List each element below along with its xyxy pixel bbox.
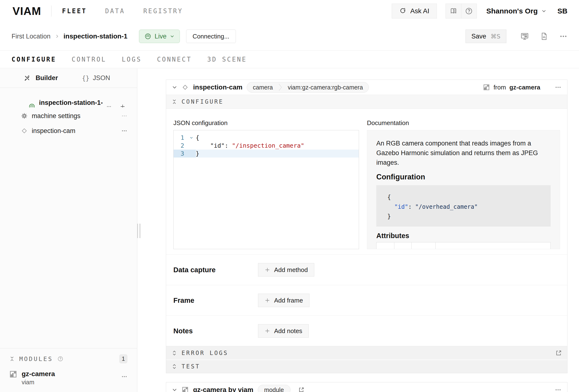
module-menu-icon[interactable]	[121, 374, 128, 380]
org-name: Shannon's Org	[486, 7, 538, 15]
report-file-icon[interactable]	[540, 32, 548, 40]
code-text: "id": "/inspection_camera"	[196, 142, 304, 149]
module-card-menu-icon[interactable]	[555, 387, 562, 392]
doc-attributes-heading: Attributes	[376, 232, 551, 240]
connecting-status-button[interactable]: Connecting...	[186, 30, 236, 43]
machine-part-menu-icon[interactable]	[106, 103, 112, 107]
config-sidebar: Builder {} JSON inspection-station-1-mai…	[0, 69, 137, 392]
nav-divider	[51, 5, 52, 17]
machine-part-icon	[29, 103, 35, 107]
viam-logo[interactable]: VIAM	[12, 4, 41, 17]
tree-item-machine-part[interactable]: inspection-station-1-main	[0, 94, 137, 107]
add-notes-button[interactable]: Add notes	[258, 324, 309, 338]
sidebar-resize-handle[interactable]	[137, 224, 141, 238]
collapse-icon	[171, 99, 177, 105]
org-switcher[interactable]: Shannon's Org	[486, 7, 547, 15]
module-icon	[182, 386, 189, 392]
fold-chevron-icon[interactable]	[187, 136, 196, 140]
tab-connect[interactable]: CONNECT	[157, 56, 192, 63]
json-config-editor[interactable]: 1 { 2	[173, 130, 359, 249]
module-card-title: gz-camera by viam	[193, 386, 253, 392]
machine-part-name: inspection-station-1-main	[39, 99, 106, 107]
editor-line-active: 3 }	[174, 150, 359, 157]
help-button[interactable]	[461, 4, 477, 18]
component-menu-icon[interactable]	[555, 84, 562, 91]
doc-code-block: { "id": "/overhead_camera" }	[376, 185, 551, 227]
modules-section: MODULES 1 gz-camera	[0, 348, 137, 392]
braces-icon: {}	[82, 75, 89, 82]
modules-help-icon[interactable]	[57, 356, 64, 362]
json-config-label: JSON configuration	[173, 119, 359, 127]
plus-icon	[265, 328, 270, 334]
module-org: viam	[22, 379, 55, 386]
top-nav: VIAM FLEET DATA REGISTRY Ask AI	[0, 0, 579, 22]
dashboard-monitor-icon[interactable]	[520, 32, 529, 41]
json-mode-button[interactable]: {} JSON	[82, 74, 110, 82]
notes-label: Notes	[173, 327, 258, 335]
modules-header: MODULES 1	[9, 354, 128, 363]
data-capture-section: Data capture Add method	[166, 254, 567, 285]
component-diamond-icon	[182, 84, 189, 91]
machine-settings-menu-icon[interactable]	[121, 113, 128, 119]
inspection-cam-menu-icon[interactable]	[121, 128, 128, 134]
line-number: 2	[174, 142, 187, 149]
live-broadcast-icon	[145, 33, 151, 40]
machine-status-label: Live	[155, 33, 167, 40]
configure-section-bar[interactable]: CONFIGURE	[166, 95, 567, 109]
tree-item-inspection-cam[interactable]: inspection-cam	[0, 124, 137, 137]
nav-link-fleet[interactable]: FLEET	[62, 7, 87, 15]
expand-icon	[171, 364, 177, 369]
breadcrumb-location[interactable]: First Location	[11, 33, 51, 40]
tab-3d-scene[interactable]: 3D SCENE	[207, 56, 247, 63]
nav-link-registry[interactable]: REGISTRY	[143, 7, 183, 15]
module-name: gz-camera	[22, 370, 55, 378]
add-method-button[interactable]: Add method	[258, 263, 314, 277]
module-text: gz-camera viam	[22, 370, 55, 386]
add-method-label: Add method	[274, 266, 308, 274]
user-avatar[interactable]: SB	[557, 7, 568, 15]
expand-icon	[171, 350, 177, 356]
save-shortcut: ⌘S	[491, 33, 500, 40]
machine-status-dropdown[interactable]: Live	[139, 30, 180, 43]
component-diamond-icon	[21, 127, 28, 134]
builder-mode-button[interactable]: Builder	[24, 74, 58, 82]
nav-right: Ask AI	[392, 3, 568, 18]
registry-link[interactable]	[298, 387, 307, 392]
chevron-down-icon	[541, 9, 546, 13]
test-label: TEST	[182, 363, 200, 370]
more-options-icon[interactable]	[559, 32, 568, 40]
add-frame-button[interactable]: Add frame	[258, 294, 309, 307]
tree-item-machine-settings[interactable]: machine settings	[0, 109, 137, 122]
json-label: JSON	[93, 74, 110, 82]
tab-logs[interactable]: LOGS	[122, 56, 142, 63]
nav-link-data[interactable]: DATA	[105, 7, 125, 15]
collapse-chevron-icon[interactable]	[172, 387, 177, 392]
tab-configure[interactable]: CONFIGURE	[11, 56, 56, 63]
builder-label: Builder	[36, 74, 58, 82]
docs-button[interactable]	[446, 4, 461, 18]
component-type-tag: camera viam:gz-camera:rgb-camera	[247, 82, 369, 93]
code-text: }	[196, 150, 199, 157]
save-button[interactable]: Save ⌘S	[465, 30, 507, 43]
add-frame-label: Add frame	[274, 297, 303, 304]
machine-tabs: CONFIGURE CONTROL LOGS CONNECT 3D SCENE	[0, 51, 579, 68]
collapse-icon[interactable]	[9, 356, 15, 362]
from-prefix: from	[493, 84, 506, 91]
module-list-item[interactable]: gz-camera viam	[9, 370, 128, 386]
component-card-header: inspection-cam camera viam:gz-camera:rgb…	[166, 80, 567, 95]
type-tag-label: camera	[247, 84, 279, 91]
error-logs-bar[interactable]: ERROR LOGS	[166, 346, 567, 360]
test-bar[interactable]: TEST	[166, 360, 567, 373]
builder-mode-toggle-row: Builder {} JSON	[0, 69, 137, 88]
line-number: 3	[174, 150, 187, 157]
documentation-panel[interactable]: An RGB camera component that reads image…	[367, 130, 560, 249]
add-component-icon[interactable]	[120, 103, 126, 107]
tab-control[interactable]: CONTROL	[72, 56, 107, 63]
documentation-column: Documentation An RGB camera component th…	[367, 119, 560, 249]
editor-line: 1 {	[174, 134, 359, 142]
doc-description: An RGB camera component that reads image…	[376, 139, 551, 167]
ask-ai-button[interactable]: Ask AI	[392, 3, 437, 18]
open-external-icon[interactable]	[555, 350, 562, 356]
collapse-chevron-icon[interactable]	[172, 85, 177, 90]
gear-icon	[21, 112, 28, 120]
